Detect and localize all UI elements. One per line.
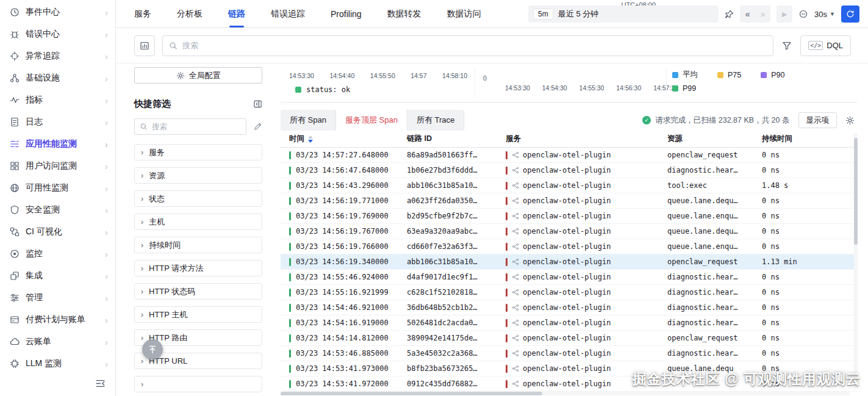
table-row[interactable]: 03/23 14:56:19.771000a0623ff26da0350…ope… [281,193,857,209]
chart-view-toggle-button[interactable] [134,35,155,56]
search-input[interactable] [182,41,767,50]
legend-item-p75[interactable]: P75 [717,70,741,80]
column-header-trace-id[interactable]: 链路 ID [407,134,506,144]
sidebar-item-management[interactable]: 管理› [0,287,115,309]
refresh-button[interactable] [841,5,859,23]
table-row[interactable]: 03/23 14:53:41.973000b8fb23ba5673265…ope… [281,361,857,376]
legend-item-avg[interactable]: 平均 [672,70,698,80]
time-cell: 03/23 14:56:19.767000 [289,227,407,236]
pin-button[interactable] [725,10,734,19]
time-forward-button[interactable]: » [755,9,770,19]
table-row[interactable]: 03/23 14:56:43.296000abb106c31b85a10…ope… [281,178,857,193]
edit-filters-button[interactable] [253,122,262,131]
sidebar-item-apm[interactable]: 应用性能监测› [0,133,115,155]
sidebar-item-ci-visualization[interactable]: CI 可视化› [0,221,115,243]
tab-error-tracking[interactable]: 错误追踪 [271,0,305,27]
main-search-field[interactable] [162,35,773,56]
display-items-button[interactable]: 显示项 [798,112,838,128]
table-row[interactable]: 03/23 14:54:16.9190005026481dc2acda0…ope… [281,315,857,331]
global-config-button[interactable]: 全局配置 [134,67,262,84]
legend-swatch-p99 [672,85,678,92]
table-row[interactable]: 03/23 14:53:46.8850005a3e45032c2a368…ope… [281,346,857,361]
tab-data-forwarding[interactable]: 数据转发 [387,0,421,27]
sort-icon[interactable] [308,135,313,143]
filter-button[interactable] [781,41,793,51]
resource-cell: openclaw_request [667,257,762,266]
sidebar-collapse-button[interactable] [95,378,106,391]
table-row[interactable]: 03/23 14:54:14.8120003890942e14175de…ope… [281,331,857,346]
sidebar-item-llm-monitoring[interactable]: LLM 监测› [0,353,115,375]
table-row-selected[interactable]: 03/23 14:56:19.340000abb106c31b85a10…ope… [281,254,857,270]
sidebar-item-integrations[interactable]: 集成› [0,265,115,287]
table-row[interactable]: 03/23 14:53:41.9720000912c435dd76882…ope… [281,376,857,392]
chevron-right-icon: › [105,96,108,105]
filter-search-field[interactable] [134,118,246,135]
table-row[interactable]: 03/23 14:55:16.921999c628c1f52102818…ope… [281,285,857,300]
filter-section-duration[interactable]: ›持续时间 [134,237,262,253]
share-icon [512,365,519,372]
table-row[interactable]: 03/23 14:55:46.924000d4af9017d1ec9f1…ope… [281,270,857,285]
table-settings-button[interactable] [845,116,855,125]
table-row[interactable]: 03/23 14:57:27.64800086a89ad501663ff…ope… [281,148,857,163]
play-button[interactable]: ▶ [777,5,792,23]
filter-section-status[interactable]: ›状态 [134,190,262,207]
filter-section-host[interactable]: ›主机 [134,214,262,230]
dql-button[interactable]: </>DQL [800,35,851,56]
sidebar-item-error-center[interactable]: 错误中心› [0,23,115,45]
service-cell: openclaw-otel-plugin [506,273,667,281]
status-bar [289,182,291,190]
time-cell: 03/23 14:56:47.648000 [289,166,407,175]
tab-data-access[interactable]: 数据访问 [447,0,481,27]
stop-refresh-button[interactable] [798,9,808,19]
tab-traces[interactable]: 链路 [228,0,245,27]
column-header-service[interactable]: 服务 [506,134,667,144]
sidebar-item-cloud-billing[interactable]: 云账单› [0,331,115,353]
filter-section-service[interactable]: ›服务 [134,144,262,160]
filter-section-partial[interactable]: › [134,376,262,392]
sidebar-item-infrastructure[interactable]: 基础设施› [0,67,115,89]
refresh-interval-dropdown[interactable]: 30s▼ [814,10,835,19]
table-row[interactable]: 03/23 14:56:47.6480001b06e27bd3f6ddd…ope… [281,163,857,178]
tab-service-top-spans[interactable]: 服务顶层 Span [336,110,407,131]
column-header-resource[interactable]: 资源 [667,134,762,144]
sidebar-item-event-center[interactable]: 事件中心› [0,1,115,23]
horizontal-scrollbar[interactable] [281,392,850,395]
sidebar-item-exception-tracking[interactable]: 异常追踪› [0,45,115,67]
vertical-scrollbar[interactable] [854,133,858,389]
table-row[interactable]: 03/23 14:56:19.769000b2d95cfbe9f2b7c…ope… [281,209,857,224]
scrollbar-thumb[interactable] [281,392,542,395]
status-bar [289,258,291,266]
tab-dashboards[interactable]: 分析板 [177,0,203,27]
tab-services[interactable]: 服务 [134,0,151,27]
filter-section-http-method[interactable]: ›HTTP 请求方法 [134,260,262,276]
table-row[interactable]: 03/23 14:54:46.92100036db648b52cb1b2…ope… [281,300,857,315]
tab-all-traces[interactable]: 所有 Trace [407,110,464,131]
sidebar-item-monitoring[interactable]: 监控› [0,243,115,265]
status-chart-legend[interactable]: status: ok [295,85,350,94]
collapse-panel-icon[interactable] [253,99,262,109]
status-bar [289,151,291,159]
filter-section-resource[interactable]: ›资源 [134,167,262,184]
sidebar-item-logs[interactable]: 日志› [0,111,115,133]
legend-item-p99[interactable]: P99 [672,84,696,93]
resource-cell: openclaw_request [667,334,762,342]
column-header-duration[interactable]: 持续时间 [762,134,852,144]
table-row[interactable]: 03/23 14:56:19.76700063ea9a320aa9abc…ope… [281,224,857,239]
tab-profiling[interactable]: Profiling [331,0,362,27]
filter-section-http-status-code[interactable]: ›HTTP 状态码 [134,283,262,300]
back-to-top-button[interactable] [142,339,163,360]
sidebar-item-billing[interactable]: 付费计划与账单› [0,309,115,331]
time-back-button[interactable]: « [740,9,755,19]
table-row[interactable]: 03/23 14:56:19.766000cd660f7e32a63f3…ope… [281,239,857,254]
sidebar-item-availability[interactable]: 可用性监测› [0,177,115,199]
time-range-selector[interactable]: 5m 最近 5 分钟 [528,5,719,23]
column-header-time[interactable]: 时间 [289,134,407,144]
sidebar-item-metrics[interactable]: 指标› [0,89,115,111]
filter-search-input[interactable] [152,123,241,131]
legend-item-p90[interactable]: P90 [761,70,784,80]
filter-section-http-host[interactable]: ›HTTP 主机 [134,306,262,323]
sidebar-item-security[interactable]: 安全监测› [0,199,115,221]
scrollbar-thumb[interactable] [854,138,858,245]
sidebar-item-rum[interactable]: 用户访问监测› [0,155,115,177]
tab-all-spans[interactable]: 所有 Span [281,110,336,131]
